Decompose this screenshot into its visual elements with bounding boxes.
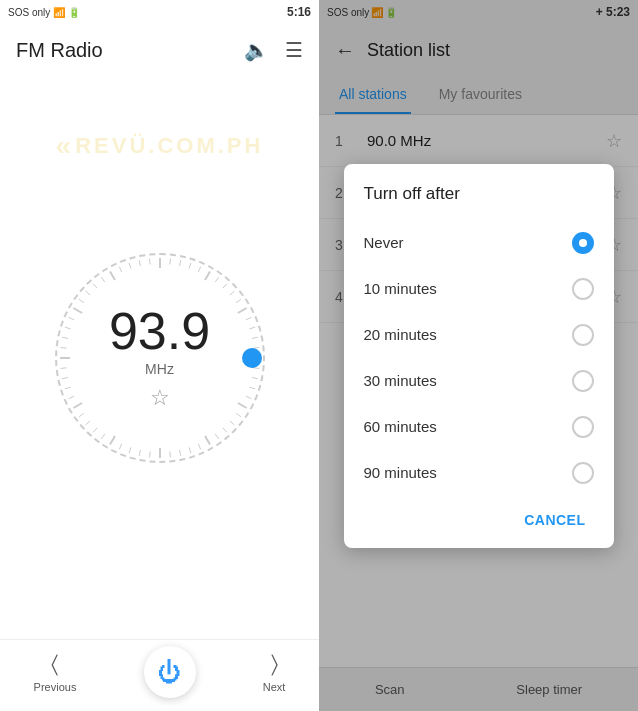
signal-icon: 📶 (53, 7, 65, 18)
frequency-display: 93.9 (109, 305, 210, 357)
app-title: FM Radio (16, 39, 103, 62)
svg-line-43 (62, 377, 68, 378)
svg-line-18 (249, 387, 255, 389)
svg-line-44 (60, 367, 66, 368)
status-bar-left: SOS only 📶 🔋 5:16 (0, 0, 319, 24)
svg-line-35 (110, 435, 115, 444)
svg-line-57 (129, 262, 131, 268)
freq-unit: MHz (145, 361, 174, 377)
svg-line-12 (249, 327, 255, 329)
radio-20[interactable] (572, 324, 594, 346)
svg-line-39 (79, 413, 84, 417)
option-label-90: 90 minutes (364, 464, 572, 481)
wifi-icon: 🔋 (68, 7, 80, 18)
modal-overlay: Turn off after Never 10 minutes 20 minut… (319, 0, 638, 711)
next-icon: 〉 (271, 651, 278, 677)
power-button[interactable]: ⏻ (144, 646, 196, 698)
svg-line-49 (68, 317, 73, 319)
svg-line-34 (119, 443, 121, 448)
svg-line-4 (198, 266, 200, 271)
cancel-button[interactable]: CANCEL (512, 504, 597, 536)
previous-button[interactable]: 〈 Previous (34, 651, 77, 693)
svg-line-20 (237, 403, 246, 408)
previous-label: Previous (34, 681, 77, 693)
svg-line-56 (119, 266, 121, 271)
svg-line-28 (179, 449, 180, 455)
modal-option-30[interactable]: 30 minutes (344, 358, 614, 404)
svg-line-40 (73, 403, 82, 408)
radio-area: // will be drawn by JS below 93.9 MHz ☆ (0, 76, 319, 639)
svg-line-11 (245, 317, 250, 319)
radio-60[interactable] (572, 416, 594, 438)
svg-line-26 (198, 443, 200, 448)
status-left-info: SOS only 📶 🔋 (8, 7, 80, 18)
svg-line-27 (189, 447, 191, 453)
svg-line-32 (139, 449, 140, 455)
svg-line-41 (68, 396, 73, 398)
radio-90[interactable] (572, 462, 594, 484)
right-panel: SOS only 📶 🔋 + 5:23 ← Station list All s… (319, 0, 638, 711)
turn-off-after-modal: Turn off after Never 10 minutes 20 minut… (344, 164, 614, 548)
svg-line-31 (149, 451, 150, 457)
svg-line-16 (253, 367, 259, 368)
radio-30[interactable] (572, 370, 594, 392)
time-left: 5:16 (287, 5, 311, 19)
favourite-star[interactable]: ☆ (150, 385, 170, 411)
next-button[interactable]: 〉 Next (263, 651, 286, 693)
dial-container: // will be drawn by JS below 93.9 MHz ☆ (50, 248, 270, 468)
svg-line-54 (101, 277, 105, 282)
modal-option-20[interactable]: 20 minutes (344, 312, 614, 358)
svg-line-38 (85, 420, 89, 424)
top-bar-left: FM Radio 🔈 ☰ (0, 24, 319, 76)
option-label-60: 60 minutes (364, 418, 572, 435)
svg-line-13 (251, 337, 257, 338)
modal-option-90[interactable]: 90 minutes (344, 450, 614, 496)
svg-line-7 (222, 283, 226, 287)
previous-icon: 〈 (51, 651, 58, 677)
svg-line-1 (169, 258, 170, 264)
svg-line-48 (64, 327, 70, 329)
radio-never[interactable] (572, 232, 594, 254)
svg-line-17 (251, 377, 257, 378)
option-label-30: 30 minutes (364, 372, 572, 389)
modal-title: Turn off after (344, 184, 614, 220)
option-label-10: 10 minutes (364, 280, 572, 297)
svg-line-59 (149, 258, 150, 264)
svg-line-2 (179, 260, 180, 266)
dial-inner: 93.9 MHz ☆ (109, 305, 210, 411)
svg-line-46 (60, 347, 66, 348)
menu-icon[interactable]: ☰ (285, 38, 303, 62)
svg-line-55 (110, 271, 115, 280)
svg-line-19 (245, 396, 250, 398)
modal-option-10[interactable]: 10 minutes (344, 266, 614, 312)
modal-option-never[interactable]: Never (344, 220, 614, 266)
svg-line-21 (236, 413, 241, 417)
radio-10[interactable] (572, 278, 594, 300)
svg-line-25 (205, 435, 210, 444)
svg-line-29 (169, 451, 170, 457)
left-panel: SOS only 📶 🔋 5:16 FM Radio 🔈 ☰ « REVÜ.CO… (0, 0, 319, 711)
svg-line-36 (101, 434, 105, 439)
modal-actions: CANCEL (344, 496, 614, 540)
svg-line-53 (93, 283, 97, 287)
volume-icon[interactable]: 🔈 (244, 38, 269, 62)
svg-line-22 (229, 420, 233, 424)
power-icon: ⏻ (158, 658, 182, 686)
svg-line-58 (139, 260, 140, 266)
svg-line-5 (205, 271, 210, 280)
top-icons: 🔈 ☰ (244, 38, 303, 62)
svg-line-52 (85, 291, 89, 295)
svg-line-9 (236, 299, 241, 303)
svg-line-6 (215, 277, 219, 282)
svg-line-42 (64, 387, 70, 389)
modal-option-60[interactable]: 60 minutes (344, 404, 614, 450)
svg-line-33 (129, 447, 131, 453)
svg-line-51 (79, 299, 84, 303)
next-label: Next (263, 681, 286, 693)
option-label-never: Never (364, 234, 572, 251)
sos-label-left: SOS only (8, 7, 50, 18)
svg-line-37 (93, 427, 97, 431)
svg-line-8 (229, 291, 233, 295)
svg-line-47 (62, 337, 68, 338)
svg-line-24 (215, 434, 219, 439)
